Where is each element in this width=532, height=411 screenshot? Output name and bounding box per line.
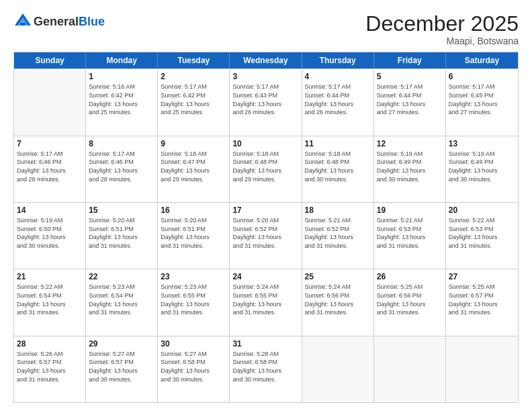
calendar-cell: 28Sunrise: 5:26 AM Sunset: 6:57 PM Dayli… <box>14 336 86 402</box>
calendar-week-2: 7Sunrise: 5:17 AM Sunset: 6:46 PM Daylig… <box>14 136 518 202</box>
day-info: Sunrise: 5:20 AM Sunset: 6:51 PM Dayligh… <box>89 216 154 250</box>
day-info: Sunrise: 5:20 AM Sunset: 6:51 PM Dayligh… <box>161 216 226 250</box>
calendar-cell: 13Sunrise: 5:19 AM Sunset: 6:49 PM Dayli… <box>446 136 518 202</box>
calendar-cell <box>14 69 86 135</box>
calendar-cell: 27Sunrise: 5:25 AM Sunset: 6:57 PM Dayli… <box>446 269 518 335</box>
day-number: 4 <box>305 71 371 82</box>
calendar: Sunday Monday Tuesday Wednesday Thursday… <box>13 52 519 403</box>
day-number: 27 <box>449 271 515 282</box>
day-info: Sunrise: 5:24 AM Sunset: 6:55 PM Dayligh… <box>232 283 298 316</box>
calendar-cell: 19Sunrise: 5:21 AM Sunset: 6:53 PM Dayli… <box>374 203 446 269</box>
svg-rect-2 <box>20 23 26 26</box>
calendar-cell: 30Sunrise: 5:27 AM Sunset: 6:58 PM Dayli… <box>158 336 230 402</box>
header-saturday: Saturday <box>446 52 518 68</box>
day-info: Sunrise: 5:25 AM Sunset: 6:57 PM Dayligh… <box>449 283 515 316</box>
calendar-cell: 6Sunrise: 5:17 AM Sunset: 6:45 PM Daylig… <box>446 69 518 135</box>
day-info: Sunrise: 5:20 AM Sunset: 6:52 PM Dayligh… <box>232 216 298 250</box>
day-number: 7 <box>17 138 83 149</box>
logo-icon <box>13 12 32 31</box>
day-number: 12 <box>377 138 443 149</box>
subtitle: Maapi, Botswana <box>365 36 519 46</box>
calendar-cell: 9Sunrise: 5:18 AM Sunset: 6:47 PM Daylig… <box>158 136 230 202</box>
logo: GeneralBlue <box>13 12 105 31</box>
calendar-cell: 18Sunrise: 5:21 AM Sunset: 6:52 PM Dayli… <box>302 203 374 269</box>
calendar-cell: 3Sunrise: 5:17 AM Sunset: 6:43 PM Daylig… <box>230 69 302 135</box>
day-info: Sunrise: 5:23 AM Sunset: 6:54 PM Dayligh… <box>89 283 154 316</box>
day-number: 19 <box>377 205 443 216</box>
day-number: 20 <box>449 205 515 216</box>
day-info: Sunrise: 5:17 AM Sunset: 6:44 PM Dayligh… <box>377 83 443 116</box>
day-number: 10 <box>232 138 298 149</box>
calendar-cell: 11Sunrise: 5:18 AM Sunset: 6:48 PM Dayli… <box>302 136 374 202</box>
calendar-cell: 24Sunrise: 5:24 AM Sunset: 6:55 PM Dayli… <box>230 269 302 335</box>
day-number: 6 <box>449 71 515 82</box>
day-number: 28 <box>17 338 83 349</box>
page: GeneralBlue December 2025 Maapi, Botswan… <box>0 0 532 411</box>
day-info: Sunrise: 5:16 AM Sunset: 6:42 PM Dayligh… <box>89 83 154 116</box>
day-info: Sunrise: 5:21 AM Sunset: 6:53 PM Dayligh… <box>377 216 443 250</box>
calendar-header: Sunday Monday Tuesday Wednesday Thursday… <box>14 52 518 68</box>
day-number: 25 <box>305 271 371 282</box>
calendar-cell: 21Sunrise: 5:22 AM Sunset: 6:54 PM Dayli… <box>14 269 86 335</box>
day-number: 18 <box>305 205 371 216</box>
day-info: Sunrise: 5:27 AM Sunset: 6:57 PM Dayligh… <box>89 350 154 383</box>
header-friday: Friday <box>374 52 446 68</box>
calendar-cell: 15Sunrise: 5:20 AM Sunset: 6:51 PM Dayli… <box>86 203 158 269</box>
day-number: 1 <box>89 71 154 82</box>
day-number: 16 <box>161 205 226 216</box>
day-number: 11 <box>305 138 371 149</box>
day-number: 30 <box>161 338 226 349</box>
day-info: Sunrise: 5:17 AM Sunset: 6:46 PM Dayligh… <box>17 150 83 183</box>
calendar-cell: 22Sunrise: 5:23 AM Sunset: 6:54 PM Dayli… <box>86 269 158 335</box>
day-info: Sunrise: 5:23 AM Sunset: 6:55 PM Dayligh… <box>161 283 226 316</box>
calendar-cell: 2Sunrise: 5:17 AM Sunset: 6:42 PM Daylig… <box>158 69 230 135</box>
calendar-cell: 25Sunrise: 5:24 AM Sunset: 6:56 PM Dayli… <box>302 269 374 335</box>
day-info: Sunrise: 5:26 AM Sunset: 6:57 PM Dayligh… <box>17 350 83 383</box>
day-number: 2 <box>161 71 226 82</box>
day-number: 14 <box>17 205 83 216</box>
day-info: Sunrise: 5:18 AM Sunset: 6:48 PM Dayligh… <box>305 150 371 183</box>
day-info: Sunrise: 5:19 AM Sunset: 6:50 PM Dayligh… <box>17 216 83 250</box>
day-info: Sunrise: 5:19 AM Sunset: 6:49 PM Dayligh… <box>377 150 443 183</box>
logo-general: General <box>34 15 79 28</box>
day-number: 29 <box>89 338 154 349</box>
calendar-cell: 4Sunrise: 5:17 AM Sunset: 6:44 PM Daylig… <box>302 69 374 135</box>
calendar-cell: 12Sunrise: 5:19 AM Sunset: 6:49 PM Dayli… <box>374 136 446 202</box>
calendar-cell: 17Sunrise: 5:20 AM Sunset: 6:52 PM Dayli… <box>230 203 302 269</box>
day-number: 17 <box>232 205 298 216</box>
day-info: Sunrise: 5:18 AM Sunset: 6:48 PM Dayligh… <box>232 150 298 183</box>
day-info: Sunrise: 5:28 AM Sunset: 6:58 PM Dayligh… <box>232 350 298 383</box>
calendar-week-5: 28Sunrise: 5:26 AM Sunset: 6:57 PM Dayli… <box>14 336 518 402</box>
calendar-cell: 1Sunrise: 5:16 AM Sunset: 6:42 PM Daylig… <box>86 69 158 135</box>
day-number: 22 <box>89 271 154 282</box>
day-info: Sunrise: 5:17 AM Sunset: 6:43 PM Dayligh… <box>232 83 298 116</box>
calendar-cell: 5Sunrise: 5:17 AM Sunset: 6:44 PM Daylig… <box>374 69 446 135</box>
day-number: 31 <box>232 338 298 349</box>
day-info: Sunrise: 5:21 AM Sunset: 6:52 PM Dayligh… <box>305 216 371 250</box>
calendar-week-3: 14Sunrise: 5:19 AM Sunset: 6:50 PM Dayli… <box>14 202 518 269</box>
header: GeneralBlue December 2025 Maapi, Botswan… <box>13 12 519 46</box>
header-monday: Monday <box>86 52 158 68</box>
day-info: Sunrise: 5:22 AM Sunset: 6:54 PM Dayligh… <box>17 283 83 316</box>
day-number: 9 <box>161 138 226 149</box>
day-number: 24 <box>232 271 298 282</box>
calendar-cell: 16Sunrise: 5:20 AM Sunset: 6:51 PM Dayli… <box>158 203 230 269</box>
calendar-cell: 29Sunrise: 5:27 AM Sunset: 6:57 PM Dayli… <box>86 336 158 402</box>
day-info: Sunrise: 5:19 AM Sunset: 6:49 PM Dayligh… <box>449 150 515 183</box>
day-info: Sunrise: 5:18 AM Sunset: 6:47 PM Dayligh… <box>161 150 226 183</box>
day-number: 13 <box>449 138 515 149</box>
calendar-cell: 10Sunrise: 5:18 AM Sunset: 6:48 PM Dayli… <box>230 136 302 202</box>
header-sunday: Sunday <box>14 52 86 68</box>
calendar-cell: 26Sunrise: 5:25 AM Sunset: 6:56 PM Dayli… <box>374 269 446 335</box>
calendar-cell <box>446 336 518 402</box>
calendar-week-4: 21Sunrise: 5:22 AM Sunset: 6:54 PM Dayli… <box>14 269 518 335</box>
day-info: Sunrise: 5:17 AM Sunset: 6:42 PM Dayligh… <box>161 83 226 116</box>
day-info: Sunrise: 5:17 AM Sunset: 6:45 PM Dayligh… <box>449 83 515 116</box>
calendar-cell <box>302 336 374 402</box>
day-info: Sunrise: 5:24 AM Sunset: 6:56 PM Dayligh… <box>305 283 371 316</box>
header-wednesday: Wednesday <box>230 52 302 68</box>
calendar-cell: 23Sunrise: 5:23 AM Sunset: 6:55 PM Dayli… <box>158 269 230 335</box>
day-number: 3 <box>232 71 298 82</box>
day-number: 23 <box>161 271 226 282</box>
calendar-cell: 14Sunrise: 5:19 AM Sunset: 6:50 PM Dayli… <box>14 203 86 269</box>
